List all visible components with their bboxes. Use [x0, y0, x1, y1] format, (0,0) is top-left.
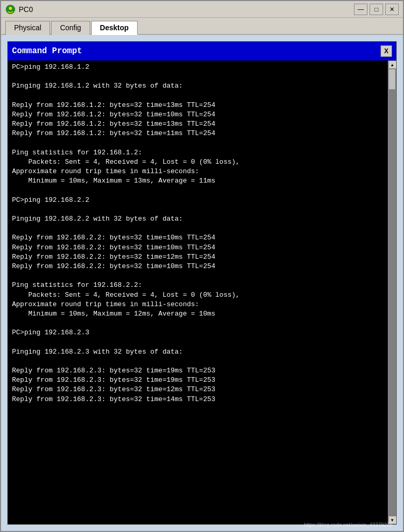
app-icon: [5, 4, 16, 15]
svg-point-1: [9, 7, 12, 10]
tab-bar: Physical Config Desktop: [1, 18, 403, 35]
watermark: https://blog.csdn.net/weixin_43379235: [304, 522, 393, 528]
tab-physical[interactable]: Physical: [5, 21, 50, 35]
cmd-close-button[interactable]: X: [381, 45, 392, 57]
minimize-button[interactable]: —: [354, 4, 368, 15]
scrollbar: ▲ ▼: [388, 61, 396, 524]
title-bar: PC0 — □ ✕: [1, 1, 403, 18]
close-button[interactable]: ✕: [385, 4, 399, 15]
cmd-content-wrapper: PC>ping 192.168.1.2 Pinging 192.168.1.2 …: [8, 61, 396, 524]
cmd-window: Command Prompt X PC>ping 192.168.1.2 Pin…: [7, 41, 397, 525]
title-bar-left: PC0: [5, 4, 33, 15]
window-title: PC0: [19, 5, 33, 14]
maximize-button[interactable]: □: [370, 4, 383, 15]
scrollbar-track[interactable]: [388, 69, 396, 516]
scrollbar-thumb[interactable]: [388, 69, 396, 90]
tab-desktop[interactable]: Desktop: [91, 21, 138, 35]
cmd-output[interactable]: PC>ping 192.168.1.2 Pinging 192.168.1.2 …: [8, 61, 388, 524]
tab-config[interactable]: Config: [51, 21, 90, 35]
scroll-up-button[interactable]: ▲: [388, 61, 397, 69]
main-area: Command Prompt X PC>ping 192.168.1.2 Pin…: [1, 35, 403, 531]
cmd-title: Command Prompt: [12, 46, 82, 56]
cmd-title-bar: Command Prompt X: [8, 42, 396, 61]
main-window: PC0 — □ ✕ Physical Config Desktop Comman…: [0, 0, 404, 532]
title-bar-controls: — □ ✕: [354, 4, 399, 15]
